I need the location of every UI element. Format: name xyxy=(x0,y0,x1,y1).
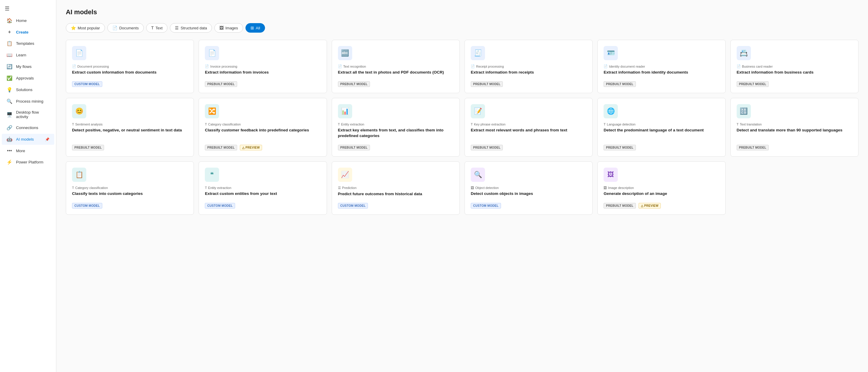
sidebar-item-templates[interactable]: 📋Templates xyxy=(2,38,54,49)
identity-doc-icon: 🪪 xyxy=(603,46,618,60)
cat-icon-identity-doc: 📄 xyxy=(603,64,608,68)
badges-row-prediction: CUSTOM MODEL xyxy=(338,201,454,208)
card-language-detection[interactable]: 🌐TLanguage detectionDetect the predomina… xyxy=(597,98,725,156)
filter-tab-most-popular[interactable]: ⭐Most popular xyxy=(66,23,105,33)
filter-tab-documents[interactable]: 📄Documents xyxy=(107,23,144,33)
sidebar-item-process-mining[interactable]: 🔍Process mining xyxy=(2,96,54,107)
badges-row-custom-category-classification: CUSTOM MODEL xyxy=(72,201,188,208)
sidebar-item-approvals[interactable]: ✅Approvals xyxy=(2,73,54,84)
card-title-sentiment-analysis: Detect positive, negative, or neutral se… xyxy=(72,127,188,139)
entity-extraction-icon: 📊 xyxy=(338,104,352,118)
card-sentiment-analysis[interactable]: 😊TSentiment analysisDetect positive, neg… xyxy=(66,98,194,156)
card-key-phrase[interactable]: 📝TKey phrase extractionExtract most rele… xyxy=(465,98,593,156)
badge-prebuilt-image-description: PREBUILT MODEL xyxy=(603,203,636,208)
filter-tabs: ⭐Most popular📄DocumentsTText☰Structured … xyxy=(66,23,859,33)
filter-tab-images[interactable]: 🖼Images xyxy=(214,23,243,33)
card-title-identity-doc: Extract information from identity docume… xyxy=(603,70,719,75)
card-category-invoice-processing: 📄Invoice processing xyxy=(205,64,320,68)
cat-label-object-detection: Object detection xyxy=(475,186,499,190)
card-title-receipt-processing: Extract information from receipts xyxy=(471,70,586,75)
invoice-processing-icon: 📄 xyxy=(205,46,219,60)
sidebar-item-desktop-flow[interactable]: 🖥️Desktop flow activity xyxy=(2,107,54,122)
badge-custom-prediction: CUSTOM MODEL xyxy=(338,203,368,208)
card-custom-entity-extraction[interactable]: ❝TEntity extractionExtract custom entiti… xyxy=(198,161,327,215)
custom-entity-extraction-icon: ❝ xyxy=(205,168,219,182)
sidebar-item-label-approvals: Approvals xyxy=(16,76,34,80)
sidebar-item-connections[interactable]: 🔗Connections xyxy=(2,122,54,133)
cat-label-custom-entity-extraction: Entity extraction xyxy=(208,186,231,190)
cat-icon-category-classification: T xyxy=(205,122,207,126)
desktop-flow-icon: 🖥️ xyxy=(6,112,12,117)
my-flows-icon: 🔄 xyxy=(6,64,12,69)
card-business-card[interactable]: 📇📄Business card readerExtract informatio… xyxy=(731,40,859,93)
card-text-recognition[interactable]: 🔤📄Text recognitionExtract all the text i… xyxy=(332,40,460,93)
card-entity-extraction[interactable]: 📊TEntity extractionExtract key elements … xyxy=(332,98,460,156)
card-invoice-processing[interactable]: 📄📄Invoice processingExtract information … xyxy=(198,40,327,93)
filter-tab-text[interactable]: TText xyxy=(146,23,167,33)
sidebar: ☰ 🏠Home+Create📋Templates📖Learn🔄My flows✅… xyxy=(0,0,56,372)
badges-row-text-translation: PREBUILT MODEL xyxy=(737,143,852,150)
badge-prebuilt-category-classification: PREBUILT MODEL xyxy=(205,145,237,150)
card-doc-processing[interactable]: 📄📄Document processingExtract custom info… xyxy=(66,40,194,93)
doc-processing-icon: 📄 xyxy=(72,46,86,60)
card-category-entity-extraction: TEntity extraction xyxy=(338,122,454,126)
images-tab-icon: 🖼 xyxy=(219,26,223,30)
filter-tab-all[interactable]: ⊞All xyxy=(245,23,265,33)
card-text-translation[interactable]: 🔠TText translationDetect and translate m… xyxy=(731,98,859,156)
badges-row-receipt-processing: PREBUILT MODEL xyxy=(471,80,586,87)
sidebar-item-solutions[interactable]: 💡Solutions xyxy=(2,84,54,95)
sidebar-item-power-platform[interactable]: ⚡Power Platform xyxy=(2,156,54,168)
sidebar-item-label-my-flows: My flows xyxy=(16,64,32,69)
sidebar-item-label-ai-models: AI models xyxy=(16,137,34,142)
card-category-object-detection: 🖼Object detection xyxy=(471,186,586,190)
badges-row-object-detection: CUSTOM MODEL xyxy=(471,201,586,208)
sidebar-item-label-home: Home xyxy=(16,19,27,23)
badges-row-business-card: PREBUILT MODEL xyxy=(737,80,852,87)
sidebar-item-create[interactable]: +Create xyxy=(2,27,54,37)
badge-prebuilt-language-detection: PREBUILT MODEL xyxy=(603,145,636,150)
card-prediction[interactable]: 📈☰PredictionPredict future outcomes from… xyxy=(332,161,460,215)
card-category-category-classification: TCategory classification xyxy=(205,122,320,126)
sidebar-item-learn[interactable]: 📖Learn xyxy=(2,50,54,60)
card-category-image-description: 🖼Image description xyxy=(603,186,719,190)
cat-icon-object-detection: 🖼 xyxy=(471,186,474,190)
sidebar-item-my-flows[interactable]: 🔄My flows xyxy=(2,61,54,72)
text-tab-icon: T xyxy=(151,26,154,30)
card-title-doc-processing: Extract custom information from document… xyxy=(72,70,188,75)
badge-preview-image-description: △ PREVIEW xyxy=(639,203,661,208)
card-category-prediction: ☰Prediction xyxy=(338,186,454,190)
cat-label-category-classification: Category classification xyxy=(208,122,241,126)
card-category-doc-processing: 📄Document processing xyxy=(72,64,188,68)
cat-icon-invoice-processing: 📄 xyxy=(205,64,209,68)
card-title-business-card: Extract information from business cards xyxy=(737,70,852,75)
card-title-object-detection: Detect custom objects in images xyxy=(471,191,586,197)
page-title: AI models xyxy=(66,8,859,16)
card-custom-category-classification[interactable]: 📋TCategory classificationClassify texts … xyxy=(66,161,194,215)
card-category-text-translation: TText translation xyxy=(737,122,852,126)
badges-row-sentiment-analysis: PREBUILT MODEL xyxy=(72,143,188,150)
sidebar-item-home[interactable]: 🏠Home xyxy=(2,15,54,26)
hamburger-button[interactable]: ☰ xyxy=(0,2,56,15)
sidebar-item-label-solutions: Solutions xyxy=(16,87,33,92)
sidebar-item-label-more: More xyxy=(16,149,25,153)
badge-preview-category-classification: △ PREVIEW xyxy=(240,145,262,150)
card-title-key-phrase: Extract most relevant words and phrases … xyxy=(471,127,586,139)
sidebar-item-ai-models[interactable]: 🤖AI models📌 xyxy=(2,134,54,145)
card-object-detection[interactable]: 🔍🖼Object detectionDetect custom objects … xyxy=(465,161,593,215)
sidebar-item-more[interactable]: •••More xyxy=(2,145,54,156)
card-category-classification[interactable]: 🔀TCategory classificationClassify custom… xyxy=(198,98,327,156)
card-image-description[interactable]: 🖼🖼Image descriptionGenerate description … xyxy=(597,161,725,215)
cat-label-entity-extraction: Entity extraction xyxy=(341,122,364,126)
cat-icon-prediction: ☰ xyxy=(338,186,341,190)
connections-icon: 🔗 xyxy=(6,125,12,131)
sidebar-item-label-create: Create xyxy=(16,30,28,34)
card-identity-doc[interactable]: 🪪📄Identity document readerExtract inform… xyxy=(597,40,725,93)
process-mining-icon: 🔍 xyxy=(6,98,12,104)
filter-tab-structured-data[interactable]: ☰Structured data xyxy=(170,23,212,33)
card-title-entity-extraction: Extract key elements from text, and clas… xyxy=(338,127,454,139)
documents-tab-icon: 📄 xyxy=(112,26,117,30)
all-tab-icon: ⊞ xyxy=(250,26,254,30)
card-category-text-recognition: 📄Text recognition xyxy=(338,64,454,68)
card-receipt-processing[interactable]: 🧾📄Receipt processingExtract information … xyxy=(465,40,593,93)
badge-prebuilt-invoice-processing: PREBUILT MODEL xyxy=(205,81,237,87)
